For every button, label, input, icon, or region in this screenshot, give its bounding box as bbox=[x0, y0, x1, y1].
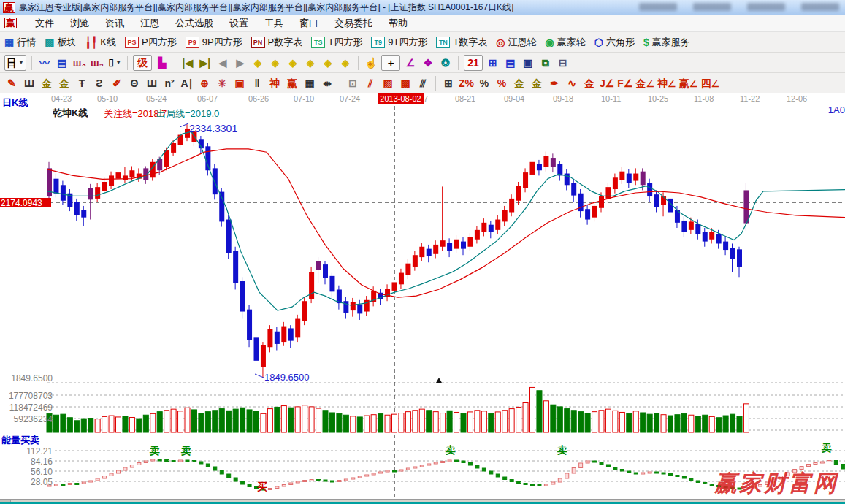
candle-body bbox=[716, 234, 722, 244]
volume-bar bbox=[557, 407, 562, 432]
oscillator-candle bbox=[75, 484, 79, 485]
volume-bar bbox=[627, 413, 632, 432]
volume-bar bbox=[323, 411, 328, 432]
candle-body bbox=[254, 337, 259, 361]
volume-bar bbox=[467, 412, 473, 432]
candle-body bbox=[695, 224, 700, 234]
oscillator-candle bbox=[123, 467, 127, 470]
candle-body bbox=[109, 175, 114, 186]
candle-body bbox=[641, 172, 646, 186]
candle-body bbox=[233, 251, 238, 283]
candle-body bbox=[427, 249, 432, 256]
volume-bar bbox=[481, 411, 486, 432]
candle-body bbox=[302, 301, 307, 321]
oscillator-candle bbox=[482, 468, 486, 471]
oscillator-candle bbox=[565, 473, 569, 478]
candle-body bbox=[275, 332, 280, 344]
candle-body bbox=[737, 249, 742, 267]
candle-body bbox=[523, 172, 528, 188]
oscillator-candle bbox=[372, 473, 375, 475]
candle-body bbox=[357, 305, 362, 314]
candle-body bbox=[481, 223, 486, 232]
volume-bar bbox=[495, 412, 500, 432]
volume-bar bbox=[592, 412, 597, 432]
volume-bar bbox=[743, 404, 749, 432]
volume-bar bbox=[427, 411, 432, 432]
volume-bar bbox=[392, 414, 397, 432]
oscillator-candle bbox=[475, 465, 479, 468]
volume-bar bbox=[240, 408, 245, 432]
volume-bar bbox=[295, 407, 300, 432]
volume-bar bbox=[689, 415, 694, 432]
oscillator-candle bbox=[393, 470, 397, 472]
volume-bar bbox=[551, 405, 556, 432]
kline-chart[interactable]: 卖卖卖卖卖买2334.33011849.6500 bbox=[0, 0, 845, 504]
oscillator-name: 能量买卖 bbox=[1, 434, 39, 447]
osc-scale-4: 28.05 bbox=[0, 477, 53, 487]
oscillator-candle bbox=[448, 460, 451, 462]
volume-bar bbox=[164, 411, 169, 432]
candle-body bbox=[571, 183, 576, 195]
candle-body bbox=[619, 172, 624, 180]
exit-line-label: 出局线=2019.0 bbox=[156, 107, 219, 121]
candle-body bbox=[288, 328, 294, 340]
volume-bar bbox=[661, 415, 666, 432]
oscillator-candle bbox=[648, 472, 651, 473]
volume-bar bbox=[357, 417, 362, 432]
volume-bar bbox=[275, 407, 280, 432]
candle-body bbox=[295, 319, 300, 338]
oscillator-candle bbox=[206, 464, 210, 467]
oscillator-candle bbox=[234, 478, 237, 481]
oscillator-candle bbox=[531, 484, 535, 486]
oscillator-candle bbox=[593, 461, 597, 462]
volume-bar bbox=[709, 416, 714, 432]
volume-bar bbox=[433, 412, 438, 432]
volume-bar bbox=[454, 412, 459, 432]
volume-bar bbox=[219, 409, 224, 432]
oscillator-candle bbox=[696, 481, 700, 483]
oscillator-candle bbox=[662, 473, 665, 474]
oscillator-candle bbox=[710, 484, 714, 486]
oscillator-candle bbox=[358, 476, 362, 478]
candle-body bbox=[447, 243, 452, 251]
oscillator-candle bbox=[841, 465, 845, 470]
volume-bar bbox=[74, 421, 80, 432]
oscillator-candle bbox=[427, 464, 431, 465]
candle-body bbox=[633, 174, 638, 181]
current-price-tag: 2174.0943 bbox=[0, 198, 51, 207]
trough-price-annotation: 1849.6500 bbox=[264, 372, 309, 383]
oscillator-candle bbox=[634, 473, 638, 474]
oscillator-candle bbox=[54, 484, 58, 486]
candle-body bbox=[495, 220, 500, 230]
volume-bar bbox=[157, 412, 162, 432]
candle-body bbox=[543, 156, 548, 167]
volume-bar bbox=[337, 413, 342, 432]
candle-body bbox=[627, 174, 632, 183]
low-scale-label: 1849.6500 bbox=[0, 373, 53, 383]
candle-body bbox=[281, 327, 286, 342]
volume-bar bbox=[191, 410, 196, 432]
volume-bar bbox=[226, 411, 232, 432]
oscillator-candle bbox=[827, 461, 831, 462]
oscillator-candle bbox=[165, 460, 169, 462]
oscillator-candle bbox=[620, 470, 624, 472]
volume-bar bbox=[102, 416, 107, 432]
volume-bar bbox=[53, 415, 58, 432]
oscillator-candle bbox=[627, 471, 631, 473]
oscillator-candle bbox=[117, 470, 121, 473]
signal-sell: 卖 bbox=[557, 444, 567, 456]
candle-body bbox=[116, 172, 121, 179]
oscillator-candle bbox=[586, 461, 589, 463]
candle-body bbox=[351, 302, 356, 310]
volume-bar bbox=[254, 411, 259, 432]
candle-body bbox=[551, 158, 556, 167]
oscillator-candle bbox=[572, 468, 576, 474]
oscillator-candle bbox=[703, 483, 707, 484]
volume-bar bbox=[61, 414, 66, 432]
candle-body bbox=[178, 135, 183, 145]
volume-bar bbox=[565, 409, 570, 432]
candle-body bbox=[502, 210, 508, 222]
volume-bar bbox=[351, 416, 356, 432]
volume-bar bbox=[716, 418, 722, 432]
signal-buy: 买 bbox=[257, 481, 267, 492]
